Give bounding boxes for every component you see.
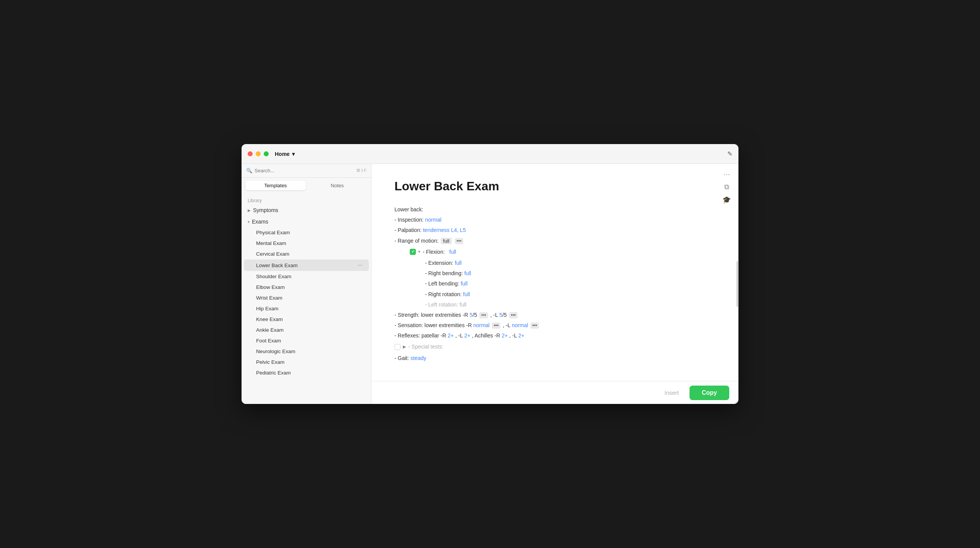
sidebar-item-shoulder-exam[interactable]: Shoulder Exam xyxy=(244,271,369,282)
strength-r-denom: /5 xyxy=(473,312,477,318)
palpation-label: - Palpation: xyxy=(394,227,422,233)
gait-value[interactable]: steady xyxy=(410,355,426,361)
sidebar-item-lower-back-exam[interactable]: Lower Back Exam··· xyxy=(244,259,369,271)
sidebar-item-knee-exam[interactable]: Knee Exam xyxy=(244,314,369,324)
window-title[interactable]: Home ▾ xyxy=(275,151,295,157)
sidebar-item-mental-exam[interactable]: Mental Exam xyxy=(244,238,369,248)
scrollbar-track[interactable] xyxy=(736,164,738,404)
right-bending-value[interactable]: full xyxy=(464,270,471,276)
right-bending-label: - Right bending: xyxy=(425,270,463,276)
sidebar-item-label: Pelvic Exam xyxy=(256,359,284,365)
sidebar-item-label: Hip Exam xyxy=(256,306,279,311)
search-shortcut: ⌘⇧F xyxy=(356,168,367,173)
tab-notes[interactable]: Notes xyxy=(307,181,368,190)
right-rotation-line: - Right rotation: full xyxy=(425,290,716,299)
right-rotation-value[interactable]: full xyxy=(463,291,470,297)
reflexes-l2-label: , -L xyxy=(509,332,517,339)
sidebar-item-label: Ankle Exam xyxy=(256,327,284,333)
sidebar-item-pediatric-exam[interactable]: Pediatric Exam xyxy=(244,368,369,378)
sensation-r-val[interactable]: normal xyxy=(473,322,490,328)
copy-button[interactable]: Copy xyxy=(690,386,729,400)
strength-l-val[interactable]: 5 xyxy=(499,312,502,318)
rom-expand-row: ▾ - Flexion: full xyxy=(410,247,716,257)
left-bending-label: - Left bending: xyxy=(425,280,459,287)
strength-l-options[interactable]: ••• xyxy=(509,312,518,318)
more-options-icon[interactable]: ⋯ xyxy=(723,170,730,178)
rom-options[interactable]: ••• xyxy=(455,238,464,244)
sidebar-item-label: Neurologic Exam xyxy=(256,349,295,354)
edit-icon[interactable]: ✎ xyxy=(727,150,732,157)
sensation-l-val[interactable]: normal xyxy=(512,322,528,328)
tab-templates[interactable]: Templates xyxy=(245,181,306,190)
traffic-lights xyxy=(248,151,269,156)
strength-r-options[interactable]: ••• xyxy=(479,312,488,318)
sidebar: 🔍 ⌘⇧F Templates Notes Library ▶ Symptoms xyxy=(242,164,372,404)
maximize-button[interactable] xyxy=(264,151,269,156)
minimize-button[interactable] xyxy=(256,151,261,156)
academic-icon[interactable]: 🎓 xyxy=(722,196,731,204)
search-icon: 🔍 xyxy=(246,168,252,173)
reflexes-l2[interactable]: 2+ xyxy=(518,332,524,339)
special-tests-checkbox[interactable] xyxy=(394,344,401,350)
chevron-expand-icon[interactable]: ▾ xyxy=(418,248,420,256)
doc-body: Lower back: - Inspection: normal - Palpa… xyxy=(394,205,716,363)
sensation-l-options[interactable]: ••• xyxy=(531,323,539,329)
close-button[interactable] xyxy=(248,151,253,156)
sidebar-item-wrist-exam[interactable]: Wrist Exam xyxy=(244,293,369,303)
sensation-line: - Sensation: lower extremities -R normal… xyxy=(394,321,716,330)
reflexes-l1-label: , -L xyxy=(455,332,463,339)
titlebar: Home ▾ ✎ xyxy=(242,144,738,164)
sidebar-item-elbow-exam[interactable]: Elbow Exam xyxy=(244,282,369,292)
sensation-l-label: , -L xyxy=(503,322,510,328)
strength-r-val[interactable]: 5 xyxy=(470,312,473,318)
copy-icon[interactable]: ⧉ xyxy=(724,183,729,191)
more-options-icon[interactable]: ··· xyxy=(358,262,363,269)
sidebar-item-label: Cervical Exam xyxy=(256,251,289,257)
sidebar-item-hip-exam[interactable]: Hip Exam xyxy=(244,303,369,314)
sensation-r-options[interactable]: ••• xyxy=(492,323,501,329)
reflexes-l1[interactable]: 2+ xyxy=(464,332,471,339)
sidebar-item-physical-exam[interactable]: Physical Exam xyxy=(244,227,369,238)
sidebar-item-label: Foot Exam xyxy=(256,338,281,344)
sidebar-item-neurologic-exam[interactable]: Neurologic Exam xyxy=(244,346,369,357)
rom-tag[interactable]: full xyxy=(441,238,452,244)
exams-group-header[interactable]: ▾ Exams xyxy=(242,216,371,227)
reflexes-r1[interactable]: 2+ xyxy=(448,332,454,339)
sidebar-item-label: Physical Exam xyxy=(256,230,290,235)
exam-items-list: Physical ExamMental ExamCervical ExamLow… xyxy=(242,227,371,378)
sidebar-item-ankle-exam[interactable]: Ankle Exam xyxy=(244,325,369,335)
special-tests-chevron-icon[interactable]: ▶ xyxy=(403,343,406,351)
sidebar-item-foot-exam[interactable]: Foot Exam xyxy=(244,336,369,346)
section-label: Lower back: xyxy=(394,206,423,212)
main-content: 🔍 ⌘⇧F Templates Notes Library ▶ Symptoms xyxy=(242,164,738,404)
sidebar-item-label: Wrist Exam xyxy=(256,295,282,301)
content-scroll[interactable]: Lower Back Exam Lower back: - Inspection… xyxy=(372,164,738,381)
reflexes-r2[interactable]: 2+ xyxy=(501,332,508,339)
flexion-value[interactable]: full xyxy=(449,247,456,257)
doc-title: Lower Back Exam xyxy=(394,179,716,193)
bottom-bar: Insert Copy xyxy=(372,381,738,404)
rom-checkbox[interactable] xyxy=(410,249,416,255)
extension-value[interactable]: full xyxy=(455,260,462,266)
sidebar-content: Library ▶ Symptoms ▾ Exams Physical Exam xyxy=(242,193,371,404)
palpation-value[interactable]: tenderness L4, L5 xyxy=(423,227,466,233)
app-window: Home ▾ ✎ 🔍 ⌘⇧F Templates Notes Library xyxy=(242,144,738,404)
exams-label: Exams xyxy=(252,219,268,225)
inspection-line: - Inspection: normal xyxy=(394,215,716,225)
symptoms-group-header[interactable]: ▶ Symptoms xyxy=(242,205,371,216)
left-rotation-line: - Left rotation: full xyxy=(425,300,716,310)
search-input[interactable] xyxy=(255,168,354,173)
insert-button[interactable]: Insert xyxy=(658,386,685,399)
sidebar-item-pelvic-exam[interactable]: Pelvic Exam xyxy=(244,357,369,367)
left-bending-value[interactable]: full xyxy=(461,280,467,287)
inspection-value[interactable]: normal xyxy=(425,217,441,223)
tab-switcher: Templates Notes xyxy=(242,178,371,193)
inspection-label: - Inspection: xyxy=(394,217,423,223)
reflexes-label: - Reflexes: patellar -R xyxy=(394,332,446,339)
right-bending-line: - Right bending: full xyxy=(425,269,716,278)
search-bar: 🔍 ⌘⇧F xyxy=(242,164,371,178)
symptoms-group: ▶ Symptoms xyxy=(242,205,371,216)
sidebar-item-cervical-exam[interactable]: Cervical Exam xyxy=(244,249,369,259)
chevron-down-icon: ▾ xyxy=(248,220,250,224)
rom-line: - Range of motion: full ••• xyxy=(394,236,716,246)
